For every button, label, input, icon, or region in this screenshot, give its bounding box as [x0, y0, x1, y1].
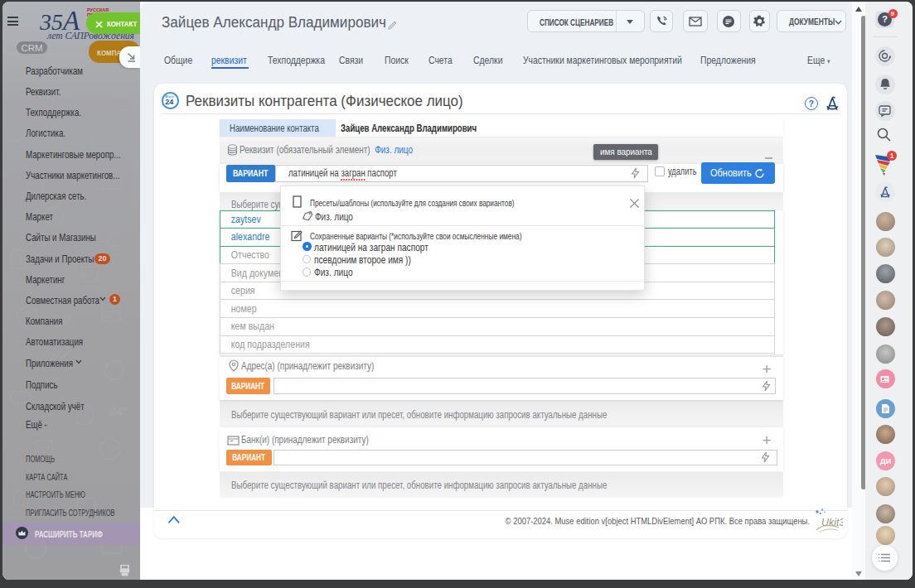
svg-text:Ukit3: Ukit3 [821, 517, 843, 528]
